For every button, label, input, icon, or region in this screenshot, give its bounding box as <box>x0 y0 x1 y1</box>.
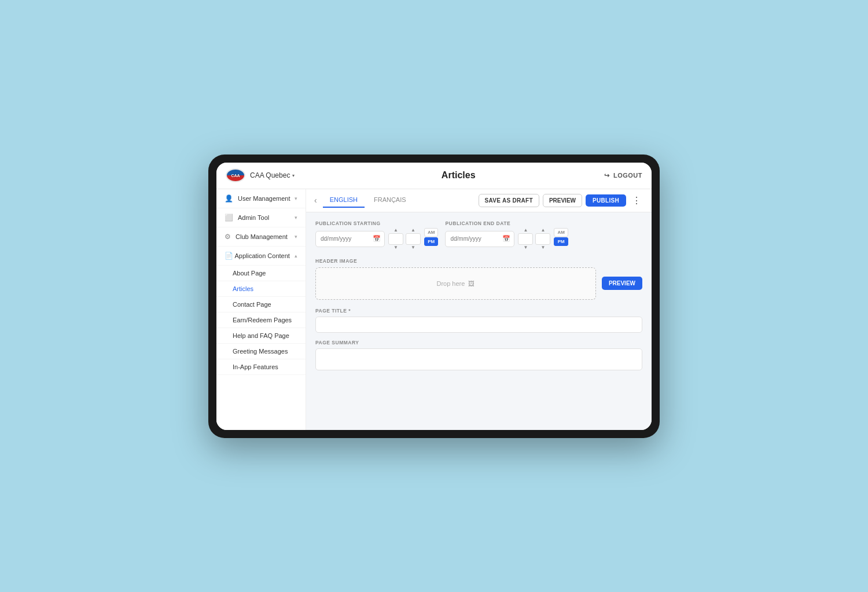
tablet-frame: CAA CAA Quebec ▾ Articles ↪ LOGOUT 👤 <box>208 155 660 438</box>
document-icon: 📄 <box>225 252 233 260</box>
calendar-icon-2: 📅 <box>502 235 510 242</box>
sidebar-item-club-management[interactable]: ⚙ Club Management ▾ <box>216 227 306 247</box>
upload-icon: 🖼 <box>468 280 475 287</box>
sub-label-in-app-features: In-App Features <box>233 363 278 370</box>
hour-up-button[interactable]: ▲ <box>393 228 398 233</box>
org-name-btn[interactable]: CAA Quebec ▾ <box>250 171 295 179</box>
sidebar-sub-item-greeting-messages[interactable]: Greeting Messages <box>216 344 306 359</box>
am-button[interactable]: AM <box>424 228 438 237</box>
preview-button[interactable]: PREVIEW <box>543 194 582 207</box>
logo-area: CAA CAA Quebec ▾ <box>226 168 312 182</box>
min-value-2 <box>535 233 550 245</box>
sidebar-sub-item-articles[interactable]: Articles <box>216 281 306 297</box>
tab-english[interactable]: ENGLISH <box>323 193 365 208</box>
am-label-2: AM <box>557 230 564 235</box>
sidebar-item-admin-tool[interactable]: ⬜ Admin Tool ▾ <box>216 208 306 227</box>
hour-value-2 <box>518 233 533 245</box>
sidebar-sub-item-about-page[interactable]: About Page <box>216 266 306 281</box>
sidebar-label-application-content: Application Content <box>234 252 289 259</box>
sidebar: 👤 User Management ▾ ⬜ Admin Tool ▾ ⚙ <box>216 189 306 430</box>
sub-label-help-faq: Help and FAQ Page <box>233 332 289 339</box>
logout-button[interactable]: ↪ LOGOUT <box>604 172 642 179</box>
tab-actions: SAVE AS DRAFT PREVIEW PUBLISH ⋮ <box>479 194 643 207</box>
tab-francais-label: FRANÇAIS <box>374 196 406 203</box>
publication-end-group: PUBLICATION END DATE 📅 ▲ <box>445 220 568 250</box>
pub-starting-time-picker: ▲ ▼ ▲ ▼ <box>388 228 438 250</box>
sub-label-about-page: About Page <box>233 270 266 277</box>
pub-end-label: PUBLICATION END DATE <box>445 220 568 226</box>
page-title: Articles <box>312 170 604 181</box>
sidebar-sub-item-contact-page[interactable]: Contact Page <box>216 297 306 312</box>
content-area: ‹ ENGLISH FRANÇAIS SAVE AS DRAFT PREVIEW <box>306 189 652 430</box>
drop-zone[interactable]: Drop here 🖼 <box>315 267 596 300</box>
tablet-screen: CAA CAA Quebec ▾ Articles ↪ LOGOUT 👤 <box>216 163 652 430</box>
pub-starting-date-wrap: 📅 <box>315 231 385 247</box>
top-bar: CAA CAA Quebec ▾ Articles ↪ LOGOUT <box>216 163 652 189</box>
sub-label-greeting-messages: Greeting Messages <box>233 348 288 355</box>
preview-image-button[interactable]: PREVIEW <box>602 277 642 290</box>
preview-label: PREVIEW <box>549 197 576 204</box>
chevron-icon: ▾ <box>295 215 297 220</box>
min-spinner-2: ▲ ▼ <box>535 228 550 250</box>
time-spinners: ▲ ▼ ▲ ▼ <box>388 228 438 250</box>
min-up-button-2[interactable]: ▲ <box>540 228 545 233</box>
min-up-button[interactable]: ▲ <box>411 228 415 233</box>
pm-button[interactable]: PM <box>424 237 438 246</box>
hour-value <box>388 233 403 245</box>
min-spinner: ▲ ▼ <box>406 228 421 250</box>
sidebar-item-user-management[interactable]: 👤 User Management ▾ <box>216 189 306 208</box>
drop-here-text: Drop here <box>436 280 465 287</box>
gear-icon: ⚙ <box>225 233 231 241</box>
hour-up-button-2[interactable]: ▲ <box>523 228 528 233</box>
more-options-button[interactable]: ⋮ <box>630 195 643 206</box>
min-down-button[interactable]: ▼ <box>411 245 415 250</box>
save-draft-button[interactable]: SAVE AS DRAFT <box>479 194 539 207</box>
page-summary-section: PAGE SUMMARY <box>315 340 642 373</box>
main-layout: 👤 User Management ▾ ⬜ Admin Tool ▾ ⚙ <box>216 189 652 430</box>
sidebar-label-club-management: Club Management <box>236 233 288 240</box>
sidebar-item-application-content[interactable]: 📄 Application Content ▴ <box>216 247 306 266</box>
am-pm-toggle-2: AM PM <box>554 228 568 250</box>
pub-starting-label: PUBLICATION STARTING <box>315 220 438 226</box>
pm-label: PM <box>428 239 435 244</box>
am-pm-toggle: AM PM <box>424 228 438 250</box>
pub-starting-date-time: 📅 ▲ ▼ <box>315 228 438 250</box>
tool-icon: ⬜ <box>225 214 233 222</box>
logout-label: LOGOUT <box>613 172 642 179</box>
hour-spinner-2: ▲ ▼ <box>518 228 533 250</box>
sidebar-sub-item-earn-redeem[interactable]: Earn/Redeem Pages <box>216 312 306 328</box>
publication-row: PUBLICATION STARTING 📅 ▲ <box>315 220 642 250</box>
sidebar-sub-item-in-app-features[interactable]: In-App Features <box>216 359 306 375</box>
hour-down-button-2[interactable]: ▼ <box>523 245 528 250</box>
publish-label: PUBLISH <box>593 197 619 204</box>
tab-francais[interactable]: FRANÇAIS <box>367 193 413 208</box>
pm-button-2[interactable]: PM <box>554 237 568 246</box>
tab-bar: ‹ ENGLISH FRANÇAIS SAVE AS DRAFT PREVIEW <box>306 189 652 212</box>
sub-label-earn-redeem: Earn/Redeem Pages <box>233 317 292 323</box>
form-content: PUBLICATION STARTING 📅 ▲ <box>306 212 652 430</box>
pub-end-time-picker: ▲ ▼ ▲ ▼ <box>518 228 568 250</box>
sidebar-sub-item-help-faq[interactable]: Help and FAQ Page <box>216 328 306 344</box>
page-summary-field-label: PAGE SUMMARY <box>315 340 642 345</box>
hour-down-button[interactable]: ▼ <box>393 245 398 250</box>
publish-button[interactable]: PUBLISH <box>586 194 626 207</box>
am-label: AM <box>428 230 435 235</box>
page-summary-input[interactable] <box>315 348 642 370</box>
pub-end-date-time: 📅 ▲ ▼ <box>445 228 568 250</box>
am-button-2[interactable]: AM <box>554 228 568 237</box>
hour-spinner: ▲ ▼ <box>388 228 403 250</box>
chevron-up-icon: ▴ <box>295 253 297 259</box>
chevron-down-icon: ▾ <box>292 173 295 178</box>
min-down-button-2[interactable]: ▼ <box>540 245 545 250</box>
back-button[interactable]: ‹ <box>314 196 317 205</box>
chevron-icon: ▾ <box>295 196 297 201</box>
time-spinners-2: ▲ ▼ ▲ ▼ <box>518 228 568 250</box>
pub-end-date-wrap: 📅 <box>445 231 514 247</box>
min-value <box>406 233 421 245</box>
page-title-input[interactable] <box>315 317 642 333</box>
save-draft-label: SAVE AS DRAFT <box>485 197 533 204</box>
sidebar-label-user-management: User Management <box>238 195 290 202</box>
header-image-label: HEADER IMAGE <box>315 258 642 264</box>
user-icon: 👤 <box>225 194 233 203</box>
publication-starting-group: PUBLICATION STARTING 📅 ▲ <box>315 220 438 250</box>
